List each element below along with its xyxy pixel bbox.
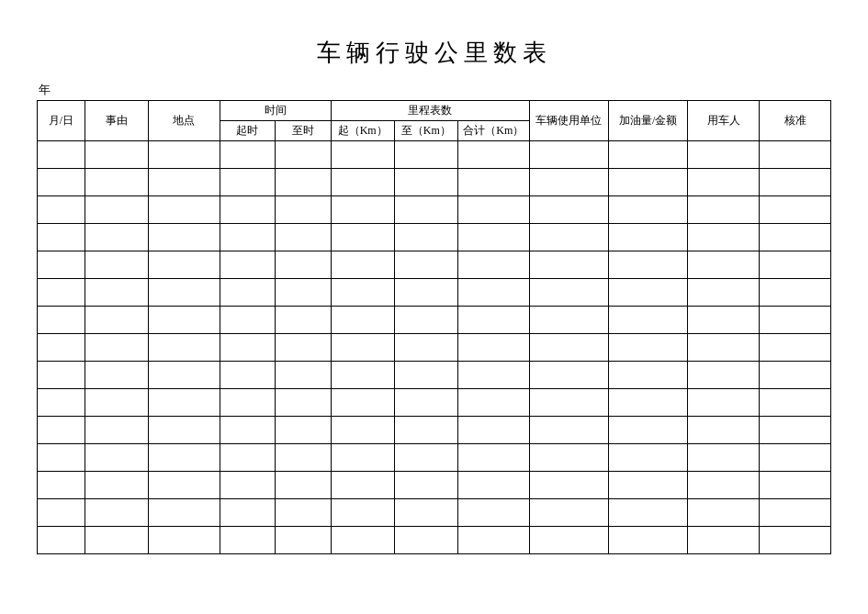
table-cell[interactable] (220, 169, 275, 196)
table-cell[interactable] (394, 307, 457, 334)
table-cell[interactable] (394, 169, 457, 196)
table-cell[interactable] (457, 389, 529, 417)
table-cell[interactable] (529, 279, 608, 307)
table-cell[interactable] (276, 141, 331, 169)
table-cell[interactable] (760, 196, 831, 224)
table-cell[interactable] (148, 334, 220, 362)
table-cell[interactable] (220, 334, 275, 362)
table-cell[interactable] (148, 169, 220, 196)
table-cell[interactable] (608, 251, 687, 279)
table-cell[interactable] (608, 307, 687, 334)
table-cell[interactable] (688, 444, 760, 472)
table-cell[interactable] (85, 169, 148, 196)
table-cell[interactable] (394, 141, 457, 169)
table-cell[interactable] (148, 196, 220, 224)
table-cell[interactable] (220, 307, 275, 334)
table-cell[interactable] (457, 279, 529, 307)
table-cell[interactable] (331, 389, 394, 417)
table-cell[interactable] (760, 527, 831, 554)
table-cell[interactable] (760, 362, 831, 389)
table-cell[interactable] (394, 334, 457, 362)
table-cell[interactable] (457, 224, 529, 251)
table-cell[interactable] (529, 334, 608, 362)
table-cell[interactable] (394, 527, 457, 554)
table-cell[interactable] (220, 251, 275, 279)
table-cell[interactable] (220, 224, 275, 251)
table-cell[interactable] (331, 224, 394, 251)
table-cell[interactable] (457, 334, 529, 362)
table-cell[interactable] (331, 169, 394, 196)
table-cell[interactable] (148, 141, 220, 169)
table-cell[interactable] (276, 307, 331, 334)
table-cell[interactable] (148, 279, 220, 307)
table-cell[interactable] (85, 307, 148, 334)
table-cell[interactable] (38, 472, 85, 499)
table-cell[interactable] (85, 444, 148, 472)
table-cell[interactable] (38, 307, 85, 334)
table-cell[interactable] (276, 499, 331, 527)
table-cell[interactable] (394, 251, 457, 279)
table-cell[interactable] (608, 196, 687, 224)
table-cell[interactable] (457, 196, 529, 224)
table-cell[interactable] (276, 362, 331, 389)
table-cell[interactable] (688, 141, 760, 169)
table-cell[interactable] (148, 417, 220, 444)
table-cell[interactable] (760, 389, 831, 417)
table-cell[interactable] (608, 444, 687, 472)
table-cell[interactable] (85, 251, 148, 279)
table-cell[interactable] (85, 196, 148, 224)
table-cell[interactable] (331, 472, 394, 499)
table-cell[interactable] (38, 196, 85, 224)
table-cell[interactable] (276, 389, 331, 417)
table-cell[interactable] (529, 417, 608, 444)
table-cell[interactable] (38, 279, 85, 307)
table-cell[interactable] (608, 389, 687, 417)
table-cell[interactable] (38, 362, 85, 389)
table-cell[interactable] (457, 362, 529, 389)
table-cell[interactable] (457, 251, 529, 279)
table-cell[interactable] (331, 141, 394, 169)
table-cell[interactable] (688, 362, 760, 389)
table-cell[interactable] (220, 196, 275, 224)
table-cell[interactable] (38, 527, 85, 554)
table-cell[interactable] (688, 499, 760, 527)
table-cell[interactable] (331, 307, 394, 334)
table-cell[interactable] (148, 389, 220, 417)
table-cell[interactable] (608, 141, 687, 169)
table-cell[interactable] (529, 444, 608, 472)
table-cell[interactable] (457, 472, 529, 499)
table-cell[interactable] (276, 279, 331, 307)
table-cell[interactable] (394, 196, 457, 224)
table-cell[interactable] (608, 334, 687, 362)
table-cell[interactable] (331, 251, 394, 279)
table-cell[interactable] (276, 251, 331, 279)
table-cell[interactable] (331, 527, 394, 554)
table-cell[interactable] (276, 224, 331, 251)
table-cell[interactable] (529, 499, 608, 527)
table-cell[interactable] (394, 472, 457, 499)
table-cell[interactable] (688, 389, 760, 417)
table-cell[interactable] (220, 141, 275, 169)
table-cell[interactable] (529, 472, 608, 499)
table-cell[interactable] (760, 279, 831, 307)
table-cell[interactable] (529, 307, 608, 334)
table-cell[interactable] (457, 444, 529, 472)
table-cell[interactable] (688, 417, 760, 444)
table-cell[interactable] (148, 362, 220, 389)
table-cell[interactable] (608, 279, 687, 307)
table-cell[interactable] (38, 224, 85, 251)
table-cell[interactable] (220, 389, 275, 417)
table-cell[interactable] (608, 224, 687, 251)
table-cell[interactable] (38, 169, 85, 196)
table-cell[interactable] (608, 472, 687, 499)
table-cell[interactable] (220, 499, 275, 527)
table-cell[interactable] (276, 472, 331, 499)
table-cell[interactable] (85, 389, 148, 417)
table-cell[interactable] (85, 472, 148, 499)
table-cell[interactable] (38, 417, 85, 444)
table-cell[interactable] (688, 334, 760, 362)
table-cell[interactable] (148, 307, 220, 334)
table-cell[interactable] (760, 307, 831, 334)
table-cell[interactable] (688, 279, 760, 307)
table-cell[interactable] (394, 444, 457, 472)
